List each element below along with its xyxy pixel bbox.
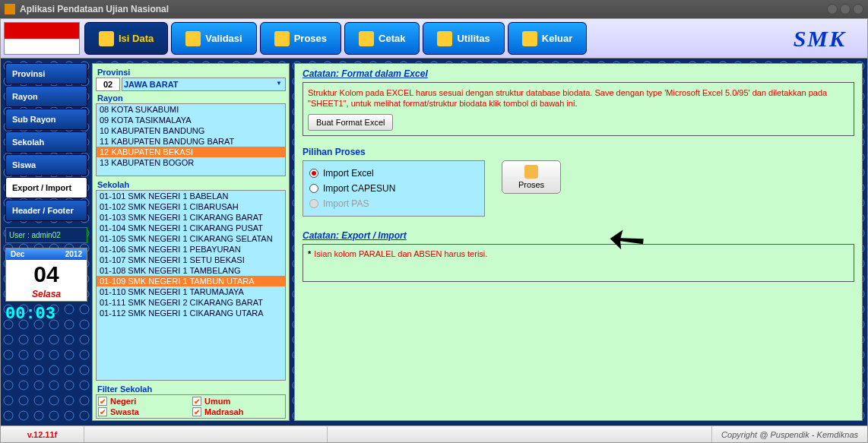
catatan-format-title: Catatan: Format dalam Excel: [303, 68, 854, 79]
checkbox-icon: ✔: [192, 397, 201, 406]
sekolah-item[interactable]: 01-107 SMK NEGERI 1 SETU BEKASI: [97, 255, 285, 265]
catatan-format-body: Struktur Kolom pada EXCEL harus sesuai d…: [308, 87, 849, 109]
radio-import-pas: Import PAS: [309, 196, 474, 211]
selection-panel: Provinsi 02 JAWA BARAT Rayon 08 KOTA SUK…: [92, 63, 290, 421]
window-title: Aplikasi Pendataan Ujian Nasional: [20, 4, 169, 14]
sekolah-item[interactable]: 01-110 SMK NEGERI 1 TARUMAJAYA: [97, 286, 285, 297]
nav-sub-rayon[interactable]: Sub Rayon: [5, 109, 87, 130]
exit-icon: [522, 31, 537, 46]
nav-export-import[interactable]: Export / Import: [5, 177, 87, 198]
main-menu-bar: Isi Data Validasi Proses Cetak Utilitas …: [1, 19, 867, 59]
sekolah-item[interactable]: 01-109 SMK NEGERI 1 TAMBUN UTARA: [97, 276, 285, 286]
checkbox-icon: ✔: [192, 407, 201, 416]
nav-rayon[interactable]: Rayon: [5, 86, 87, 107]
maximize-button[interactable]: [840, 4, 851, 14]
nav-sekolah[interactable]: Sekolah: [5, 131, 87, 153]
catatan-format-box: Struktur Kolom pada EXCEL harus sesuai d…: [303, 82, 854, 136]
chk-swasta[interactable]: ✔Swasta: [98, 407, 189, 416]
menu-utilitas[interactable]: Utilitas: [423, 22, 504, 55]
rayon-item[interactable]: 10 KABUPATEN BANDUNG: [97, 125, 285, 136]
radio-import-excel[interactable]: Import Excel: [309, 166, 474, 181]
cal-dow: Selasa: [6, 289, 87, 301]
radio-import-capesun[interactable]: Import CAPESUN: [309, 181, 474, 196]
rayon-item[interactable]: 12 KABUPATEN BEKASI: [97, 147, 285, 157]
rayon-label: Rayon: [94, 91, 287, 103]
cal-day: 04: [6, 260, 87, 289]
user-box: User : admin02: [5, 227, 87, 243]
minimize-button[interactable]: [827, 4, 838, 14]
buat-format-excel-button[interactable]: Buat Format Excel: [308, 114, 393, 131]
sekolah-item[interactable]: 01-112 SMK NEGERI 1 CIKARANG UTARA: [97, 308, 285, 318]
sekolah-label: Sekolah: [94, 178, 287, 190]
pilihan-proses-title: Pilihan Proses: [303, 147, 854, 157]
catatan-export-body: Isian kolom PARALEL dan ABSEN harus teri…: [314, 249, 487, 258]
provinsi-label: Provinsi: [94, 65, 287, 78]
bullet-icon: *: [308, 249, 311, 258]
book-icon: [99, 31, 114, 46]
sekolah-item[interactable]: 01-103 SMK NEGERI 1 CIKARANG BARAT: [97, 212, 285, 223]
chk-umum[interactable]: ✔Umum: [192, 397, 284, 406]
sekolah-listbox[interactable]: 01-101 SMK NEGERI 1 BABELAN01-102 SMK NE…: [96, 190, 286, 381]
catatan-export-box: *Isian kolom PARALEL dan ABSEN harus ter…: [303, 244, 854, 282]
check-icon: [185, 31, 201, 46]
app-logo: SMK: [772, 19, 867, 58]
menu-validasi[interactable]: Validasi: [171, 22, 256, 55]
side-nav: Provinsi Rayon Sub Rayon Sekolah Siswa E…: [5, 63, 87, 421]
checkbox-icon: ✔: [98, 407, 107, 416]
checkbox-icon: ✔: [98, 397, 107, 406]
provinsi-code[interactable]: 02: [96, 78, 120, 91]
sekolah-item[interactable]: 01-101 SMK NEGERI 1 BABELAN: [97, 191, 285, 201]
process-icon: [524, 165, 538, 179]
printer-icon: [359, 31, 374, 46]
provinsi-select[interactable]: JAWA BARAT: [122, 78, 286, 91]
nav-header-footer[interactable]: Header / Footer: [5, 200, 87, 221]
menu-isi-data[interactable]: Isi Data: [84, 22, 168, 55]
rayon-item[interactable]: 08 KOTA SUKABUMI: [97, 104, 285, 115]
chk-madrasah[interactable]: ✔Madrasah: [192, 407, 284, 416]
wrench-icon: [437, 31, 452, 46]
close-button[interactable]: [853, 4, 863, 14]
app-icon: [5, 4, 15, 14]
menu-keluar[interactable]: Keluar: [508, 22, 587, 55]
sekolah-item[interactable]: 01-104 SMK NEGERI 1 CIKARANG PUSAT: [97, 223, 285, 233]
window-titlebar: Aplikasi Pendataan Ujian Nasional: [0, 0, 868, 18]
status-bar: v.12.11f Copyright @ Puspendik - Kemdikn…: [1, 426, 867, 442]
nav-provinsi[interactable]: Provinsi: [5, 63, 87, 84]
clock: 00:03: [5, 305, 87, 324]
cal-month: Dec: [11, 250, 24, 258]
worker-icon: [274, 31, 290, 46]
chk-negeri[interactable]: ✔Negeri: [98, 397, 189, 406]
rayon-item[interactable]: 11 KABUPATEN BANDUNG BARAT: [97, 136, 285, 147]
sekolah-item[interactable]: 01-106 SMK NEGERI 1 PEBAYURAN: [97, 244, 285, 255]
sekolah-item[interactable]: 01-111 SMK NEGERI 2 CIKARANG BARAT: [97, 297, 285, 308]
calendar-widget: Dec2012 04 Selasa: [5, 248, 87, 302]
copyright-label: Copyright @ Puspendik - Kemdiknas: [711, 426, 867, 442]
rayon-item[interactable]: 09 KOTA TASIKMALAYA: [97, 115, 285, 125]
nav-siswa[interactable]: Siswa: [5, 154, 87, 176]
filter-box: ✔Negeri ✔Umum ✔Swasta ✔Madrasah: [96, 394, 286, 419]
catatan-export-title: Catatan: Export / Import: [303, 230, 854, 241]
pilihan-radio-group: Import Excel Import CAPESUN Import PAS: [303, 160, 485, 217]
flag-icon: [4, 22, 80, 55]
main-panel: Catatan: Format dalam Excel Struktur Kol…: [294, 63, 863, 421]
sekolah-item[interactable]: 01-108 SMK NEGERI 1 TAMBELANG: [97, 265, 285, 276]
rayon-listbox[interactable]: 08 KOTA SUKABUMI09 KOTA TASIKMALAYA10 KA…: [96, 103, 286, 176]
menu-cetak[interactable]: Cetak: [344, 22, 420, 55]
radio-icon: [309, 199, 318, 208]
proses-button[interactable]: Proses: [502, 160, 561, 194]
cal-year: 2012: [65, 250, 82, 258]
menu-proses[interactable]: Proses: [260, 22, 341, 55]
sekolah-item[interactable]: 01-105 SMK NEGERI 1 CIKARANG SELATAN: [97, 233, 285, 244]
radio-icon: [309, 184, 318, 193]
rayon-item[interactable]: 13 KABUPATEN BOGOR: [97, 157, 285, 168]
radio-icon: [309, 169, 318, 178]
version-label: v.12.11f: [1, 426, 84, 442]
sekolah-item[interactable]: 01-102 SMK NEGERI 1 CIBARUSAH: [97, 201, 285, 212]
status-empty: [84, 426, 328, 442]
filter-label: Filter Sekolah: [94, 382, 287, 394]
